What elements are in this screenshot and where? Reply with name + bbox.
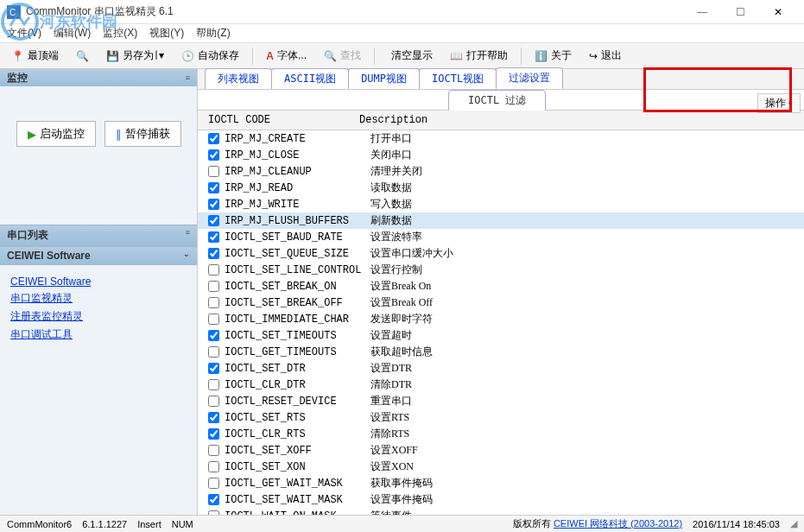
row-checkbox[interactable] (208, 346, 219, 358)
tab-1[interactable]: ASCII视图 (271, 68, 349, 89)
operation-button[interactable]: 操作 ▾ (757, 93, 801, 113)
table-row[interactable]: IOCTL_SET_RTS设置RTS (198, 409, 804, 426)
cell-code: IOCTL_SET_XOFF (225, 445, 370, 457)
table-row[interactable]: IOCTL_RESET_DEVICE重置串口 (198, 393, 804, 409)
row-checkbox[interactable] (208, 264, 219, 276)
status-link[interactable]: CEIWEI 网络科技 (2003-2012) (554, 518, 682, 529)
sidebar-link[interactable]: CEIWEI Software (10, 276, 187, 288)
table-row[interactable]: IOCTL_GET_TIMEOUTS获取超时信息 (198, 344, 804, 360)
table-row[interactable]: IOCTL_SET_LINE_CONTROL设置行控制 (198, 262, 804, 278)
row-checkbox[interactable] (208, 428, 219, 440)
row-checkbox[interactable] (208, 231, 219, 243)
sidebar-link[interactable]: 注册表监控精灵 (10, 309, 187, 324)
close-button[interactable]: ✕ (759, 0, 797, 24)
row-checkbox[interactable] (208, 215, 219, 226)
row-checkbox[interactable] (208, 445, 219, 456)
table-row[interactable]: IOCTL_SET_DTR设置DTR (198, 360, 804, 377)
row-checkbox[interactable] (208, 281, 219, 292)
row-checkbox[interactable] (208, 248, 219, 259)
table-row[interactable]: IOCTL_CLR_DTR清除DTR (198, 377, 804, 393)
sidebar-link[interactable]: 串口调试工具 (10, 327, 187, 342)
table-row[interactable]: IOCTL_IMMEDIATE_CHAR发送即时字符 (198, 311, 804, 327)
ioctl-table[interactable]: IOCTL CODE Description IRP_MJ_CREATE打开串口… (198, 111, 804, 515)
row-checkbox[interactable] (208, 330, 219, 341)
row-checkbox[interactable] (208, 133, 219, 144)
table-row[interactable]: IRP_MJ_CLOSE关闭串口 (198, 147, 804, 163)
menu-item[interactable]: 监控(X) (103, 26, 137, 41)
row-checkbox[interactable] (208, 494, 219, 505)
cell-code: IOCTL_GET_WAIT_MASK (225, 478, 370, 490)
row-checkbox[interactable] (208, 379, 219, 390)
row-checkbox[interactable] (208, 461, 219, 472)
row-checkbox[interactable] (208, 412, 219, 423)
table-row[interactable]: IOCTL_GET_WAIT_MASK获取事件掩码 (198, 475, 804, 491)
pause-capture-button[interactable]: ∥暂停捕获 (104, 121, 181, 147)
row-checkbox[interactable] (208, 149, 219, 161)
sidebar-link[interactable]: 串口监视精灵 (10, 291, 187, 306)
menu-item[interactable]: 帮助(Z) (196, 26, 230, 41)
table-row[interactable]: IRP_MJ_WRITE写入数据 (198, 196, 804, 212)
cell-desc: 设置事件掩码 (370, 492, 804, 507)
menu-item[interactable]: 视图(Y) (149, 26, 184, 41)
toolbar-button[interactable]: 📍最顶端 (3, 45, 66, 66)
table-row[interactable]: IOCTL_CLR_RTS清除RTS (198, 426, 804, 442)
cell-code: IOCTL_CLR_DTR (225, 379, 370, 391)
toolbar: 📍最顶端🔍💾另存为∣ ▾🕒自动保存A字体...🔍查找清空显示📖打开帮助ℹ️关于↪… (0, 43, 804, 69)
tab-3[interactable]: IOCTL视图 (419, 68, 497, 89)
maximize-button[interactable]: ☐ (721, 0, 759, 24)
row-checkbox[interactable] (208, 363, 219, 374)
cell-code: IOCTL_IMMEDIATE_CHAR (225, 314, 370, 326)
row-checkbox[interactable] (208, 199, 219, 210)
toolbar-button[interactable]: 清空显示 (380, 45, 440, 66)
table-row[interactable]: IOCTL_SET_BAUD_RATE设置波特率 (198, 229, 804, 245)
toolbar-button[interactable]: 📖打开帮助 (442, 45, 516, 66)
tab-0[interactable]: 列表视图 (205, 68, 272, 89)
cell-desc: 等待事件 (370, 509, 804, 515)
cell-code: IRP_MJ_FLUSH_BUFFERS (225, 215, 370, 227)
toolbar-button[interactable]: 💾另存为∣ ▾ (98, 45, 172, 66)
table-row[interactable]: IRP_MJ_CLEANUP清理并关闭 (198, 163, 804, 180)
row-checkbox[interactable] (208, 314, 219, 325)
table-row[interactable]: IOCTL_SET_WAIT_MASK设置事件掩码 (198, 491, 804, 508)
row-checkbox[interactable] (208, 182, 219, 193)
menu-item[interactable]: 文件(V) (7, 26, 41, 41)
menu-item[interactable]: 编辑(W) (54, 26, 91, 41)
header-code[interactable]: IOCTL CODE (208, 114, 359, 126)
tab-2[interactable]: DUMP视图 (348, 68, 420, 89)
table-row[interactable]: IOCTL_SET_XON设置XON (198, 459, 804, 475)
toolbar-button[interactable]: A字体... (258, 45, 314, 66)
table-row[interactable]: IOCTL_SET_TIMEOUTS设置超时 (198, 327, 804, 344)
table-row[interactable]: IOCTL_SET_QUEUE_SIZE设置串口缓冲大小 (198, 245, 804, 262)
toolbar-button[interactable]: 🔍查找 (316, 45, 369, 66)
start-monitor-button[interactable]: ▶启动监控 (16, 121, 96, 147)
minimize-button[interactable]: — (683, 0, 721, 24)
table-row[interactable]: IRP_MJ_CREATE打开串口 (198, 130, 804, 147)
toolbar-button[interactable]: 🔍 (68, 47, 97, 66)
toolbar-icon: ↪ (589, 50, 598, 62)
cell-code: IOCTL_SET_TIMEOUTS (225, 330, 370, 342)
app-icon: C (7, 5, 21, 19)
row-checkbox[interactable] (208, 297, 219, 308)
panel-portlist-header[interactable]: 串口列表≡ (0, 225, 197, 246)
cell-desc: 设置XOFF (370, 443, 804, 458)
table-row[interactable]: IOCTL_WAIT_ON_MASK等待事件 (198, 508, 804, 515)
table-row[interactable]: IOCTL_SET_XOFF设置XOFF (198, 442, 804, 459)
table-row[interactable]: IRP_MJ_FLUSH_BUFFERS刷新数据 (198, 212, 804, 229)
row-checkbox[interactable] (208, 478, 219, 489)
panel-ceiwei-header[interactable]: CEIWEI Software⌄ (0, 246, 197, 265)
toolbar-button[interactable]: 🕒自动保存 (174, 45, 247, 66)
cell-desc: 设置RTS (370, 410, 804, 425)
tab-4[interactable]: 过滤设置 (496, 67, 563, 89)
resize-grip-icon[interactable]: ◢ (790, 518, 797, 529)
row-checkbox[interactable] (208, 166, 219, 177)
table-row[interactable]: IRP_MJ_READ读取数据 (198, 180, 804, 196)
toolbar-button[interactable]: ℹ️关于 (527, 45, 579, 66)
table-row[interactable]: IOCTL_SET_BREAK_OFF设置Break Off (198, 294, 804, 311)
row-checkbox[interactable] (208, 396, 219, 407)
table-row[interactable]: IOCTL_SET_BREAK_ON设置Break On (198, 278, 804, 294)
header-desc[interactable]: Description (359, 114, 804, 126)
status-copyright: 版权所有 CEIWEI 网络科技 (2003-2012) (513, 517, 682, 530)
toolbar-button[interactable]: ↪退出 (581, 45, 630, 66)
cell-code: IOCTL_SET_BREAK_OFF (225, 297, 370, 309)
subtab-ioctl-filter[interactable]: IOCTL 过滤 (448, 90, 546, 111)
